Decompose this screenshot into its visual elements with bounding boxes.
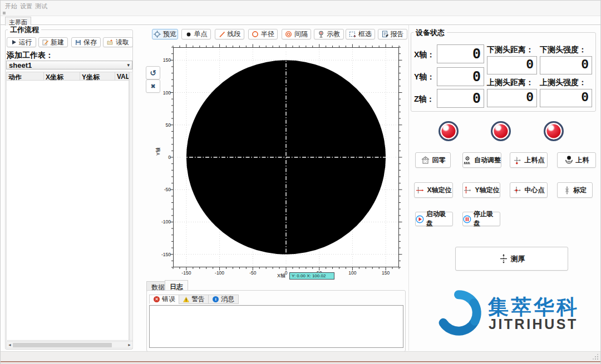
z-axis-field-label: Z轴： bbox=[414, 94, 435, 104]
upper-probe-distance-field: 0 bbox=[487, 89, 537, 107]
scroll-left-icon[interactable]: ◄ bbox=[7, 343, 13, 347]
load-button[interactable]: 读取 bbox=[103, 37, 133, 47]
tab-warnings[interactable]: 警告 bbox=[179, 295, 209, 304]
home-button[interactable]: 回零 bbox=[415, 152, 451, 168]
tab-messages-label: 消息 bbox=[221, 295, 234, 304]
calibrate-button[interactable]: 标定 bbox=[557, 182, 593, 198]
preview-button-label: 预览 bbox=[163, 29, 176, 39]
box-select-button[interactable]: 框选 bbox=[346, 29, 375, 39]
line-segment-button[interactable]: 线段 bbox=[215, 29, 244, 39]
device-status-panel: 设备状态 X轴： Y轴： Z轴： 0 0 0 下测头距离： 下测头强度： 0 0… bbox=[411, 32, 596, 112]
y-axis-value: 0 bbox=[472, 69, 481, 84]
load-button[interactable]: 上料 bbox=[557, 152, 596, 168]
x-axis-value-field: 0 bbox=[437, 44, 484, 63]
cursor-readout: Y: 0.00 X: 100.02 bbox=[289, 272, 334, 280]
lower-probe-strength-field: 0 bbox=[540, 56, 592, 74]
tab-errors-label: 错误 bbox=[162, 295, 175, 304]
col-header-action[interactable]: 动作 bbox=[6, 72, 44, 81]
radius-button[interactable]: 半径 bbox=[248, 29, 278, 39]
tab-errors[interactable]: ✕ 错误 bbox=[149, 295, 180, 304]
auto-adjust-button[interactable]: 自动调整 bbox=[462, 152, 501, 168]
reset-view-icon: ↺ bbox=[150, 68, 156, 77]
run-button[interactable]: 运行 bbox=[7, 37, 36, 47]
panel-divider bbox=[408, 25, 409, 351]
resize-grip[interactable] bbox=[593, 354, 598, 360]
load-point-button[interactable]: 上料点 bbox=[510, 152, 548, 168]
report-button[interactable]: 报告 bbox=[378, 29, 407, 39]
bottom-accent-line bbox=[1, 361, 600, 362]
log-text-area[interactable] bbox=[149, 305, 403, 348]
col-header-x[interactable]: X坐标 bbox=[44, 72, 80, 81]
workflow-panel-title: 工作流程 bbox=[8, 25, 41, 35]
reset-view-button[interactable]: ↺ bbox=[146, 66, 160, 79]
load-button-label: 上料 bbox=[576, 156, 589, 165]
concentric-circles-icon bbox=[285, 31, 292, 38]
y-tick-label: -150 bbox=[152, 252, 171, 257]
gear-platform-icon bbox=[463, 156, 472, 164]
load-point-label: 上料点 bbox=[525, 156, 545, 165]
stop-suction-button[interactable]: 停止吸盘 bbox=[462, 212, 500, 226]
scrollbar-thumb[interactable] bbox=[13, 343, 112, 347]
x-tick-label: -100 bbox=[211, 270, 228, 276]
toolstrip-icon[interactable] bbox=[3, 12, 6, 14]
app-window: 开始 设置 测试 主界面 工作流程 运行 新建 保存 读取 添加工作表： she… bbox=[0, 0, 601, 364]
y-position-button[interactable]: Y轴定位 bbox=[462, 182, 500, 198]
y-tick-label: -50 bbox=[152, 187, 171, 192]
center-point-label: 中心点 bbox=[525, 186, 545, 195]
single-point-button[interactable]: 单点 bbox=[181, 29, 211, 39]
x-position-label: X轴定位 bbox=[427, 186, 451, 195]
wafer-plot[interactable]: -150-100-50050100150-150-100-50050100150 bbox=[173, 47, 399, 267]
start-suction-icon bbox=[416, 215, 424, 223]
col-header-val[interactable]: VAL bbox=[115, 72, 129, 81]
teach-button[interactable]: 示教 bbox=[314, 29, 344, 39]
point-icon bbox=[185, 31, 192, 38]
x-tick-label: 150 bbox=[377, 270, 394, 276]
tab-main-view[interactable]: 主界面 bbox=[5, 17, 31, 26]
add-sheet-label: 添加工作表： bbox=[7, 51, 53, 61]
save-button[interactable]: 保存 bbox=[71, 37, 101, 47]
new-button[interactable]: 新建 bbox=[38, 37, 68, 47]
interval-button[interactable]: 间隔 bbox=[282, 29, 311, 39]
status-lamp-1 bbox=[439, 121, 459, 141]
lower-probe-strength-value: 0 bbox=[581, 58, 589, 72]
clear-icon: ✖ bbox=[150, 83, 155, 90]
scroll-right-icon[interactable]: ► bbox=[126, 343, 132, 347]
stop-suction-icon bbox=[463, 215, 471, 223]
tab-messages[interactable]: i 消息 bbox=[208, 295, 239, 304]
preview-button[interactable]: 预览 bbox=[152, 29, 178, 39]
stop-suction-label: 停止吸盘 bbox=[474, 210, 500, 228]
measure-thickness-button[interactable]: 测厚 bbox=[455, 247, 568, 271]
col-header-y[interactable]: Y坐标 bbox=[80, 72, 115, 81]
save-icon bbox=[75, 39, 81, 46]
sheet-select[interactable]: sheet1 ▾ bbox=[6, 61, 132, 69]
line-segment-label: 线段 bbox=[228, 29, 241, 39]
worksheet-table-header: 动作 X坐标 Y坐标 VAL bbox=[6, 72, 129, 81]
teach-pin-icon bbox=[318, 31, 324, 38]
start-suction-button[interactable]: 启动吸盘 bbox=[415, 212, 453, 226]
warning-icon bbox=[183, 297, 189, 302]
workflow-panel: 工作流程 运行 新建 保存 读取 添加工作表： sheet1 ▾ 动作 X坐标 … bbox=[5, 29, 133, 350]
menu-item-start[interactable]: 开始 bbox=[5, 2, 17, 11]
wafer-plot-canvas[interactable] bbox=[173, 47, 399, 267]
worksheet-table-body[interactable] bbox=[6, 81, 129, 341]
report-label: 报告 bbox=[391, 29, 404, 39]
radius-label: 半径 bbox=[261, 29, 274, 39]
home-button-label: 回零 bbox=[432, 156, 446, 165]
table-vertical-scrollbar[interactable] bbox=[129, 72, 133, 341]
thickness-icon bbox=[499, 253, 509, 264]
center-point-button[interactable]: 中心点 bbox=[510, 182, 548, 198]
y-axis-field-label: Y轴： bbox=[414, 72, 435, 82]
start-suction-label: 启动吸盘 bbox=[426, 210, 452, 228]
lower-probe-distance-value: 0 bbox=[526, 58, 534, 72]
menu-item-settings[interactable]: 设置 bbox=[20, 2, 32, 11]
status-bar bbox=[1, 351, 600, 361]
lower-probe-distance-field: 0 bbox=[487, 56, 537, 74]
menu-item-test[interactable]: 测试 bbox=[35, 2, 47, 11]
status-lamp-3 bbox=[544, 121, 564, 141]
x-tick-label: -150 bbox=[178, 270, 195, 276]
table-horizontal-scrollbar[interactable]: ◄ ► bbox=[6, 341, 133, 348]
upper-probe-strength-field: 0 bbox=[540, 89, 592, 107]
z-axis-value: 0 bbox=[472, 91, 481, 106]
x-position-button[interactable]: X轴定位 bbox=[414, 182, 453, 198]
lower-probe-strength-label: 下测头强度： bbox=[540, 45, 587, 55]
